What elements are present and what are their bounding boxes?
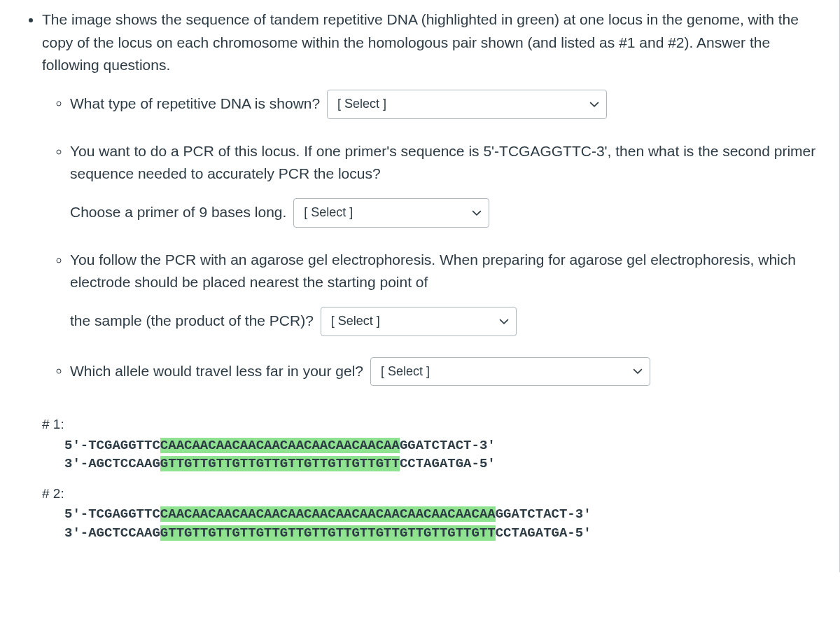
chevron-down-icon bbox=[589, 99, 599, 109]
allele-2: # 2: 5'-TCGAGGTTCCAACAACAACAACAACAACAACA… bbox=[42, 483, 820, 543]
seq-repeat-highlight: GTTGTTGTTGTTGTTGTTGTTGTTGTTGTTGTTGTTGTTG… bbox=[160, 525, 496, 541]
seq-flank: GGATCTACT-3' bbox=[496, 506, 592, 522]
question-page: The image shows the sequence of tandem r… bbox=[0, 0, 840, 572]
q3-select[interactable]: [ Select ] bbox=[321, 307, 517, 336]
outer-list: The image shows the sequence of tandem r… bbox=[20, 8, 820, 543]
seq-repeat-highlight: GTTGTTGTTGTTGTTGTTGTTGTTGTTGTT bbox=[160, 456, 400, 471]
intro-text: The image shows the sequence of tandem r… bbox=[42, 8, 820, 77]
q1-select-label: [ Select ] bbox=[337, 95, 386, 114]
q4-select-label: [ Select ] bbox=[381, 362, 430, 382]
seq-flank: CCTAGATGA-5' bbox=[496, 525, 592, 541]
q2-select-label: [ Select ] bbox=[304, 203, 353, 223]
seq-repeat-highlight: CAACAACAACAACAACAACAACAACAACAACAACAACAAC… bbox=[160, 506, 496, 522]
allele-1-sequences: 5'-TCGAGGTTCCAACAACAACAACAACAACAACAACAAC… bbox=[64, 436, 820, 473]
q3-text-part1: You follow the PCR with an agarose gel e… bbox=[70, 251, 796, 291]
sub-question-4: Which allele would travel less far in yo… bbox=[70, 357, 820, 387]
q4-select[interactable]: [ Select ] bbox=[370, 357, 650, 387]
q1-text: What type of repetitive DNA is shown? bbox=[70, 95, 320, 111]
sub-question-3: You follow the PCR with an agarose gel e… bbox=[70, 249, 820, 336]
allele-1-top-strand: 5'-TCGAGGTTCCAACAACAACAACAACAACAACAACAAC… bbox=[64, 436, 820, 455]
seq-flank: 3'-AGCTCCAAG bbox=[64, 525, 160, 541]
q1-select[interactable]: [ Select ] bbox=[327, 90, 607, 119]
q3-text-part2: the sample (the product of the PCR)? bbox=[70, 312, 314, 328]
q4-text: Which allele would travel less far in yo… bbox=[70, 362, 363, 378]
allele-1-bottom-strand: 3'-AGCTCCAAGGTTGTTGTTGTTGTTGTTGTTGTTGTTG… bbox=[64, 455, 820, 473]
seq-flank: CCTAGATGA-5' bbox=[400, 456, 496, 471]
q2-select[interactable]: [ Select ] bbox=[293, 198, 489, 228]
sub-question-1: What type of repetitive DNA is shown? [ … bbox=[70, 90, 820, 119]
allele-1-label: # 1: bbox=[42, 414, 820, 434]
allele-2-bottom-strand: 3'-AGCTCCAAGGTTGTTGTTGTTGTTGTTGTTGTTGTTG… bbox=[64, 524, 820, 543]
q3-select-label: [ Select ] bbox=[331, 312, 380, 331]
seq-flank: 3'-AGCTCCAAG bbox=[64, 456, 160, 471]
allele-1: # 1: 5'-TCGAGGTTCCAACAACAACAACAACAACAACA… bbox=[42, 414, 820, 473]
allele-2-label: # 2: bbox=[42, 483, 820, 504]
seq-flank: GGATCTACT-3' bbox=[400, 438, 496, 453]
seq-repeat-highlight: CAACAACAACAACAACAACAACAACAACAA bbox=[160, 438, 400, 453]
chevron-down-icon bbox=[633, 366, 643, 376]
sub-question-2: You want to do a PCR of this locus. If o… bbox=[70, 140, 820, 228]
q2-text-line1: You want to do a PCR of this locus. If o… bbox=[70, 140, 820, 186]
chevron-down-icon bbox=[499, 317, 509, 326]
sequence-block: # 1: 5'-TCGAGGTTCCAACAACAACAACAACAACAACA… bbox=[42, 414, 820, 542]
chevron-down-icon bbox=[472, 208, 482, 218]
question-stem-item: The image shows the sequence of tandem r… bbox=[42, 8, 820, 543]
sub-question-list: What type of repetitive DNA is shown? [ … bbox=[42, 90, 820, 387]
allele-2-top-strand: 5'-TCGAGGTTCCAACAACAACAACAACAACAACAACAAC… bbox=[64, 505, 820, 524]
seq-flank: 5'-TCGAGGTTC bbox=[64, 506, 160, 522]
allele-2-sequences: 5'-TCGAGGTTCCAACAACAACAACAACAACAACAACAAC… bbox=[64, 505, 820, 542]
q2-text-line2: Choose a primer of 9 bases long. bbox=[70, 203, 286, 219]
seq-flank: 5'-TCGAGGTTC bbox=[64, 438, 160, 453]
